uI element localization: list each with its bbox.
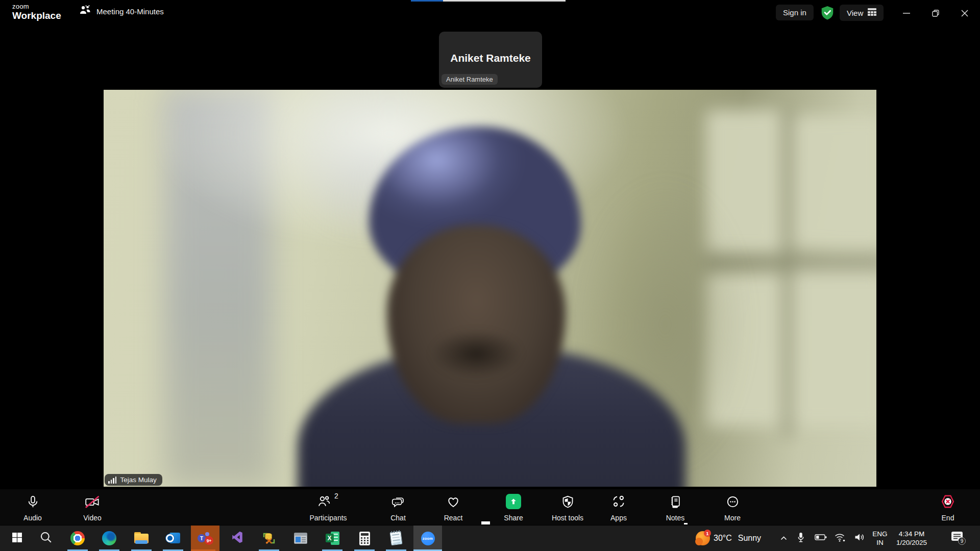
weather-temp: 30°C xyxy=(714,534,732,543)
artifact-mark xyxy=(684,523,688,524)
taskbar-chrome[interactable] xyxy=(65,525,90,551)
weather-icon: 1 xyxy=(695,530,712,546)
ssms-icon xyxy=(262,531,276,545)
logo-zoom-text: zoom xyxy=(12,3,61,10)
sign-in-button[interactable]: Sign in xyxy=(776,5,814,20)
video-name-text: Tejas Mulay xyxy=(120,476,156,484)
running-indicator xyxy=(163,549,183,551)
chrome-icon xyxy=(70,531,85,545)
taskbar-search-button[interactable] xyxy=(34,525,58,551)
window-app-icon xyxy=(294,533,307,544)
top-edge-indicator-blue xyxy=(411,0,443,2)
weather-desc: Sunny xyxy=(738,534,761,543)
more-button[interactable]: More xyxy=(707,489,758,525)
mic-icon xyxy=(26,494,40,509)
camera-off-icon xyxy=(85,494,100,509)
chat-icon xyxy=(391,494,406,509)
speaker-icon xyxy=(854,532,865,544)
top-edge-indicator-white xyxy=(443,0,566,2)
more-label: More xyxy=(692,514,773,522)
restore-button[interactable] xyxy=(924,0,947,26)
clock-time: 4:34 PM xyxy=(893,530,930,538)
view-button[interactable]: View xyxy=(840,5,884,21)
artifact-mark xyxy=(481,521,490,524)
notepad-icon xyxy=(389,531,402,545)
running-indicator xyxy=(131,549,152,551)
zoom-app-icon: zoom xyxy=(421,532,435,545)
tray-volume-button[interactable] xyxy=(850,525,869,551)
running-indicator xyxy=(191,549,215,551)
clock-date: 1/20/2025 xyxy=(893,538,930,547)
taskbar-edge[interactable] xyxy=(97,525,121,551)
windows-taskbar: T 9+ xyxy=(0,525,980,551)
running-indicator xyxy=(386,549,406,551)
battery-icon xyxy=(815,532,827,544)
meeting-title: Meeting 40-Minutes xyxy=(96,7,164,16)
video-button[interactable]: Video xyxy=(67,489,118,525)
taskbar-window-app[interactable] xyxy=(288,525,313,551)
taskbar-calculator[interactable] xyxy=(352,525,377,551)
minimize-button[interactable] xyxy=(895,0,918,26)
taskbar-zoom-active[interactable]: zoom xyxy=(413,525,442,551)
speaker-name-tag: Aniket Ramteke xyxy=(442,74,498,85)
tray-clock[interactable]: 4:34 PM 1/20/2025 xyxy=(893,530,930,547)
speaker-name: Aniket Ramteke xyxy=(439,52,542,64)
running-indicator xyxy=(259,549,279,551)
language-line1: ENG xyxy=(869,530,891,538)
tray-weather-icon[interactable]: 1 xyxy=(693,525,714,551)
taskbar-ssms[interactable] xyxy=(257,525,281,551)
security-shield-icon[interactable] xyxy=(820,5,835,23)
zoom-icon-text: zoom xyxy=(423,536,433,541)
end-button[interactable]: End xyxy=(927,489,968,525)
speaker-tile[interactable]: Aniket Ramteke Aniket Ramteke xyxy=(439,32,542,88)
tray-chevron-button[interactable] xyxy=(775,525,792,551)
participants-count: 2 xyxy=(334,492,338,500)
logo-workplace-text: Workplace xyxy=(12,11,61,20)
meeting-stage: Tejas Mulay Aniket Ramteke Aniket Ramtek… xyxy=(0,26,980,489)
taskbar-visual-studio[interactable] xyxy=(225,525,250,551)
participants-button[interactable]: 2 Participants xyxy=(303,489,354,525)
heart-icon xyxy=(446,494,460,509)
end-hexagon-icon xyxy=(940,494,955,509)
share-arrow-icon xyxy=(506,494,521,509)
titlebar: zoom Workplace Meeting 40-Minutes Sign i… xyxy=(0,0,980,26)
taskbar-teams[interactable]: T 9+ xyxy=(191,525,219,551)
react-button[interactable]: React xyxy=(428,489,479,525)
meeting-info[interactable]: Meeting 40-Minutes xyxy=(79,5,164,17)
tray-mic-button[interactable] xyxy=(792,525,810,551)
search-icon xyxy=(40,531,52,545)
view-grid-icon xyxy=(868,8,876,17)
taskbar-notepad[interactable] xyxy=(384,525,408,551)
host-tools-shield-icon xyxy=(561,494,575,509)
teams-icon: T 9+ xyxy=(198,531,213,545)
end-label: End xyxy=(907,514,980,522)
explorer-icon xyxy=(134,532,149,544)
running-indicator xyxy=(322,549,342,551)
edge-icon xyxy=(102,531,116,545)
taskbar-excel[interactable]: X xyxy=(320,525,345,551)
zoom-workplace-logo: zoom Workplace xyxy=(12,3,61,20)
tray-battery-button[interactable] xyxy=(812,525,830,551)
taskbar-outlook[interactable] xyxy=(161,525,185,551)
start-button[interactable] xyxy=(5,525,29,551)
video-label: Video xyxy=(52,514,133,522)
tray-weather-text[interactable]: 30°C Sunny xyxy=(714,525,761,551)
notes-icon xyxy=(669,494,682,509)
outlook-icon xyxy=(166,532,180,545)
apps-icon xyxy=(611,494,626,509)
tray-language[interactable]: ENG IN xyxy=(869,530,891,547)
tray-wifi-button[interactable] xyxy=(831,525,849,551)
running-indicator-active xyxy=(413,549,442,551)
notification-icon: 9 xyxy=(951,531,966,545)
audio-button[interactable]: Audio xyxy=(7,489,58,525)
weather-badge: 1 xyxy=(704,530,711,537)
running-indicator xyxy=(354,549,375,551)
close-icon[interactable] xyxy=(953,0,976,26)
notification-center-button[interactable]: 9 xyxy=(947,525,970,551)
tray-mic-icon xyxy=(796,532,805,544)
wifi-icon xyxy=(834,532,846,544)
taskbar-file-explorer[interactable] xyxy=(129,525,154,551)
signal-bars-icon xyxy=(108,477,116,484)
sign-in-label: Sign in xyxy=(783,8,806,17)
running-indicator xyxy=(67,549,88,551)
